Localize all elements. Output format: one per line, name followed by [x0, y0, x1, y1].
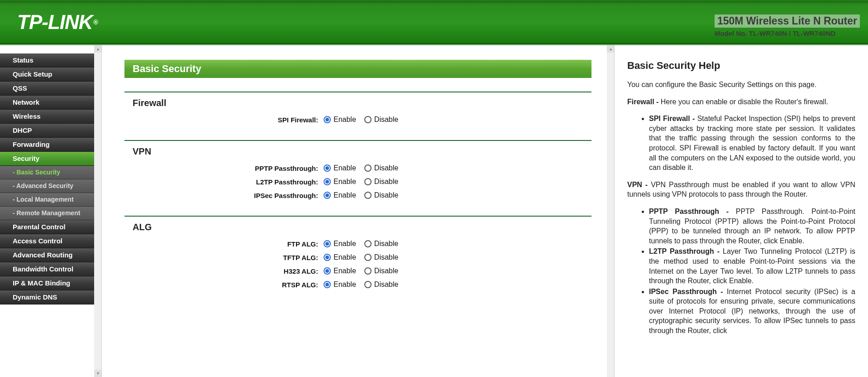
setting-label: L2TP Passthrough:	[124, 178, 324, 186]
radio-disable[interactable]	[364, 240, 372, 247]
disable-option[interactable]: Disable	[364, 267, 398, 275]
setting-row: H323 ALG:EnableDisable	[124, 264, 591, 278]
radio-label: Disable	[374, 280, 398, 289]
radio-label: Enable	[334, 253, 356, 261]
product-info: 150M Wireless Lite N Router Model No. TL…	[715, 14, 860, 37]
brand-reg: ®	[94, 19, 98, 26]
sidebar-item-ip-mac-binding[interactable]: IP & MAC Binding	[0, 276, 94, 290]
scroll-up-icon[interactable]: ▴	[94, 45, 101, 53]
setting-options: EnableDisable	[324, 280, 406, 289]
radio-enable[interactable]	[324, 178, 331, 185]
sidebar-item-network[interactable]: Network	[0, 96, 94, 110]
product-title: 150M Wireless Lite N Router	[715, 14, 860, 28]
disable-option[interactable]: Disable	[364, 253, 398, 261]
sidebar-item-wireless[interactable]: Wireless	[0, 110, 94, 124]
radio-disable[interactable]	[364, 281, 372, 288]
enable-option[interactable]: Enable	[324, 240, 356, 248]
enable-option[interactable]: Enable	[324, 178, 356, 186]
radio-enable[interactable]	[324, 240, 331, 247]
radio-label: Disable	[374, 253, 398, 261]
radio-label: Enable	[334, 280, 356, 289]
enable-option[interactable]: Enable	[324, 191, 356, 199]
sidebar-subitem-basic-security[interactable]: - Basic Security	[0, 166, 94, 179]
sidebar-item-forwarding[interactable]: Forwarding	[0, 138, 94, 152]
radio-enable[interactable]	[324, 116, 331, 123]
sidebar-item-parental-control[interactable]: Parental Control	[0, 220, 94, 234]
enable-option[interactable]: Enable	[324, 116, 356, 124]
separator	[124, 140, 591, 141]
sidebar-subitem-advanced-security[interactable]: - Advanced Security	[0, 179, 94, 193]
section-title-alg: ALG	[133, 222, 591, 232]
help-l2tp: L2TP Passthrough - Layer Two Tunneling P…	[649, 246, 855, 285]
setting-options: EnableDisable	[324, 164, 406, 172]
disable-option[interactable]: Disable	[364, 116, 398, 124]
sidebar-item-security[interactable]: Security	[0, 152, 94, 166]
enable-option[interactable]: Enable	[324, 280, 356, 289]
enable-option[interactable]: Enable	[324, 267, 356, 275]
radio-disable[interactable]	[364, 254, 372, 261]
radio-label: Enable	[334, 267, 356, 275]
help-ipsec: IPSec Passthrough - Internet Protocol se…	[649, 287, 855, 336]
radio-label: Disable	[374, 240, 398, 248]
radio-label: Enable	[334, 178, 356, 186]
brand-logo: TP-LINK®	[17, 11, 98, 34]
sidebar-scrollbar[interactable]: ▴ ▾	[94, 45, 101, 377]
sidebar-item-bandwidth-control[interactable]: Bandwidth Control	[0, 262, 94, 276]
radio-disable[interactable]	[364, 267, 372, 275]
radio-label: Disable	[374, 164, 398, 172]
radio-label: Enable	[334, 164, 356, 172]
enable-option[interactable]: Enable	[324, 253, 356, 261]
radio-enable[interactable]	[324, 192, 331, 199]
help-vpn-list: PPTP Passthrough - PPTP Passthrough. Poi…	[627, 207, 855, 336]
scroll-down-icon[interactable]: ▾	[94, 370, 101, 377]
help-intro: You can configure the Basic Security Set…	[627, 80, 855, 90]
radio-label: Enable	[334, 116, 356, 124]
section-title-firewall: Firewall	[133, 98, 591, 108]
radio-enable[interactable]	[324, 281, 331, 288]
sidebar-item-dhcp[interactable]: DHCP	[0, 124, 94, 138]
sidebar-item-dynamic-dns[interactable]: Dynamic DNS	[0, 290, 94, 304]
sidebar-item-quick-setup[interactable]: Quick Setup	[0, 68, 94, 82]
radio-label: Disable	[374, 267, 398, 275]
sidebar-nav: StatusQuick SetupQSSNetworkWirelessDHCPF…	[0, 45, 94, 304]
radio-disable[interactable]	[364, 164, 372, 172]
sidebar-item-status[interactable]: Status	[0, 53, 94, 68]
setting-row: SPI Firewall:EnableDisable	[124, 113, 591, 126]
sidebar-panel: StatusQuick SetupQSSNetworkWirelessDHCPF…	[0, 45, 101, 377]
setting-row: PPTP Passthrough:EnableDisable	[124, 161, 591, 175]
disable-option[interactable]: Disable	[364, 240, 398, 248]
setting-row: FTP ALG:EnableDisable	[124, 237, 591, 251]
help-title: Basic Security Help	[627, 60, 855, 72]
radio-enable[interactable]	[324, 267, 331, 275]
setting-options: EnableDisable	[324, 253, 406, 261]
setting-label: FTP ALG:	[124, 240, 324, 248]
radio-enable[interactable]	[324, 254, 331, 261]
setting-label: H323 ALG:	[124, 267, 324, 275]
section-title-vpn: VPN	[133, 146, 591, 157]
disable-option[interactable]: Disable	[364, 178, 398, 186]
setting-options: EnableDisable	[324, 116, 406, 124]
radio-disable[interactable]	[364, 192, 372, 199]
disable-option[interactable]: Disable	[364, 164, 398, 172]
scroll-up-icon[interactable]: ▴	[607, 45, 614, 53]
setting-options: EnableDisable	[324, 191, 406, 199]
sidebar-subitem-remote-management[interactable]: - Remote Management	[0, 207, 94, 220]
sidebar-item-advanced-routing[interactable]: Advanced Routing	[0, 248, 94, 262]
enable-option[interactable]: Enable	[324, 164, 356, 172]
setting-options: EnableDisable	[324, 267, 406, 275]
main-panel: Basic Security FirewallSPI Firewall:Enab…	[101, 45, 615, 377]
radio-disable[interactable]	[364, 178, 372, 185]
disable-option[interactable]: Disable	[364, 280, 398, 289]
sidebar-item-access-control[interactable]: Access Control	[0, 234, 94, 248]
setting-row: RTSP ALG:EnableDisable	[124, 278, 591, 291]
help-panel: Basic Security Help You can configure th…	[615, 45, 868, 377]
page-title: Basic Security	[124, 60, 591, 78]
main-scrollbar[interactable]: ▴	[607, 45, 614, 377]
radio-disable[interactable]	[364, 116, 372, 123]
setting-options: EnableDisable	[324, 178, 406, 186]
disable-option[interactable]: Disable	[364, 191, 398, 199]
sidebar-subitem-local-management[interactable]: - Local Management	[0, 193, 94, 207]
sidebar-item-qss[interactable]: QSS	[0, 82, 94, 96]
radio-enable[interactable]	[324, 164, 331, 172]
separator	[124, 92, 591, 92]
